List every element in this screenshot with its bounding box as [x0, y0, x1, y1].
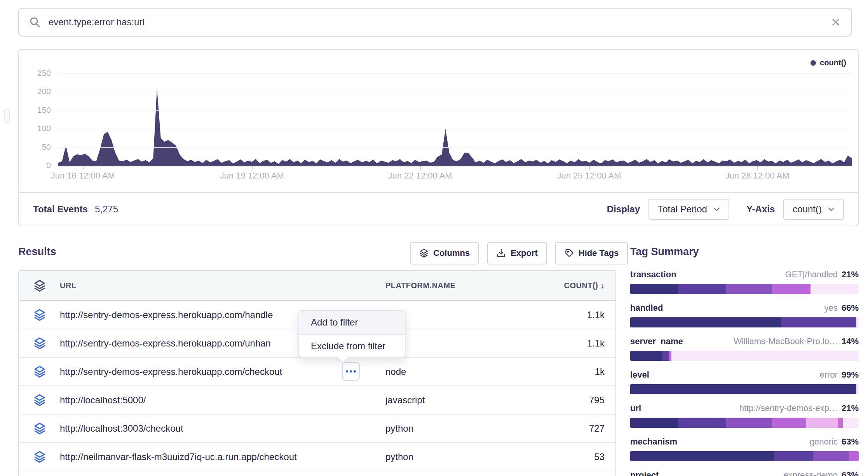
- x-axis-tick-mark: [589, 166, 590, 170]
- tag-bar-segment[interactable]: [856, 384, 859, 394]
- tag-bar-segment[interactable]: [806, 418, 838, 428]
- table-row[interactable]: http://localhost:5000/ javascript 795: [19, 386, 615, 415]
- tag-distribution-bar[interactable]: [630, 418, 859, 428]
- count-cell[interactable]: 795: [561, 395, 615, 406]
- y-gridline: [58, 129, 852, 129]
- y-axis-tick-label: 100: [23, 124, 51, 133]
- row-stack-cell[interactable]: [19, 309, 60, 321]
- count-cell[interactable]: 53: [561, 452, 615, 462]
- tag-bar-segment[interactable]: [843, 418, 859, 428]
- events-area-chart[interactable]: 050100150200250Jun 16 12:00 AMJun 19 12:…: [19, 50, 858, 192]
- tag-summary-title: Tag Summary: [630, 246, 859, 258]
- tag-bar-segment[interactable]: [726, 284, 772, 294]
- search-bar[interactable]: event.type:error has:url: [18, 8, 852, 37]
- tag-distribution-bar[interactable]: [630, 284, 859, 294]
- tag-bar-segment[interactable]: [630, 351, 662, 361]
- tag-bar-segment[interactable]: [856, 317, 859, 327]
- tag-bar-segment[interactable]: [662, 351, 669, 361]
- tag-distribution-bar[interactable]: [630, 317, 859, 327]
- table-row[interactable]: http://localhost:3003/checkout python 72…: [19, 415, 615, 443]
- column-header-url[interactable]: URL: [60, 281, 385, 290]
- tag-summary-panel: Tag Summary transaction GET|/handled 21%…: [630, 246, 859, 476]
- tag-bar-segment[interactable]: [726, 418, 772, 428]
- export-button[interactable]: Export: [487, 242, 547, 264]
- clear-search-icon[interactable]: [831, 17, 841, 27]
- yaxis-dropdown-value: count(): [793, 204, 822, 215]
- tag-bar-segment[interactable]: [630, 418, 678, 428]
- y-gridline: [58, 166, 852, 166]
- tag-bar-segment[interactable]: [671, 351, 859, 361]
- tag-entry: mechanism generic 63%: [630, 437, 859, 461]
- url-cell[interactable]: http://localhost:5000/: [60, 395, 385, 406]
- tag-distribution-bar[interactable]: [630, 384, 859, 394]
- stack-icon: [33, 280, 46, 292]
- tag-name: mechanism: [630, 437, 677, 447]
- column-header-count[interactable]: COUNT() ↓: [561, 281, 615, 290]
- table-row[interactable]: http://neilmanvar-flask-m3uuizd7iq-uc.a.…: [19, 443, 615, 471]
- tag-entry: server_name Williams-MacBook-Pro.lo… 14%: [630, 336, 859, 361]
- url-cell[interactable]: http://sentry-demos-express.herokuapp.co…: [60, 366, 385, 377]
- tag-name: url: [630, 403, 641, 413]
- cell-actions-menu: Add to filter Exclude from filter: [298, 310, 406, 358]
- count-cell[interactable]: 727: [561, 423, 615, 434]
- tag-bar-segment[interactable]: [630, 451, 774, 461]
- platform-cell[interactable]: javascript: [385, 395, 561, 406]
- tag-top-value: yes: [824, 303, 838, 313]
- column-header-platform[interactable]: PLATFORM.NAME: [385, 281, 561, 290]
- menu-item-exclude-from-filter[interactable]: Exclude from filter: [299, 334, 405, 357]
- display-dropdown[interactable]: Total Period: [648, 199, 729, 220]
- tag-bar-segment[interactable]: [774, 451, 813, 461]
- tag-bar-segment[interactable]: [772, 418, 806, 428]
- tag-bar-segment[interactable]: [678, 284, 726, 294]
- dot: [346, 370, 348, 373]
- tag-top-value: http://sentry-demos-exp…: [739, 403, 838, 413]
- total-events-label: Total Events: [33, 204, 88, 215]
- count-series-path: [58, 88, 852, 166]
- url-cell[interactable]: http://localhost:3003/checkout: [60, 423, 385, 434]
- y-gridline: [58, 92, 852, 92]
- hide-tags-button[interactable]: Hide Tags: [555, 242, 628, 264]
- row-stack-cell[interactable]: [19, 422, 60, 435]
- tag-bar-segment[interactable]: [813, 451, 849, 461]
- tag-bar-segment[interactable]: [630, 284, 678, 294]
- search-input[interactable]: event.type:error has:url: [49, 17, 831, 28]
- tag-percent: 99%: [842, 370, 859, 380]
- tag-name: project: [630, 470, 659, 476]
- stack-icon: [33, 451, 46, 463]
- display-label: Display: [607, 204, 640, 215]
- url-cell[interactable]: http://neilmanvar-flask-m3uuizd7iq-uc.a.…: [60, 452, 385, 462]
- tag-distribution-bar[interactable]: [630, 451, 859, 461]
- row-stack-cell[interactable]: [19, 394, 60, 406]
- chevron-down-icon: [713, 207, 720, 212]
- yaxis-dropdown[interactable]: count(): [783, 199, 844, 220]
- table-row[interactable]: http://sentry-demos-express.herokuapp.co…: [19, 358, 615, 386]
- menu-item-add-to-filter[interactable]: Add to filter: [299, 311, 405, 334]
- y-axis-tick-label: 150: [23, 105, 51, 115]
- tag-bar-segment[interactable]: [838, 418, 843, 428]
- dot: [354, 370, 356, 373]
- tag-bar-segment[interactable]: [781, 317, 856, 327]
- cell-actions-button[interactable]: [342, 362, 360, 381]
- tag-bar-segment[interactable]: [849, 451, 859, 461]
- count-cell[interactable]: 1.1k: [561, 310, 615, 320]
- tag-name: level: [630, 370, 649, 380]
- platform-cell[interactable]: python: [385, 452, 561, 462]
- count-cell[interactable]: 1k: [561, 366, 615, 377]
- count-cell[interactable]: 1.1k: [561, 338, 615, 349]
- platform-cell[interactable]: node: [385, 366, 561, 377]
- sidebar-collapse-handle[interactable]: [4, 109, 10, 123]
- tag-distribution-bar[interactable]: [630, 351, 859, 361]
- chart-legend[interactable]: count(): [810, 58, 846, 67]
- platform-cell[interactable]: python: [385, 423, 561, 434]
- columns-button[interactable]: Columns: [410, 242, 479, 264]
- tag-bar-segment[interactable]: [630, 317, 781, 327]
- tag-bar-segment[interactable]: [772, 284, 809, 294]
- row-stack-cell[interactable]: [19, 337, 60, 350]
- row-stack-cell[interactable]: [19, 366, 60, 378]
- y-gridline: [58, 147, 852, 148]
- tag-bar-segment[interactable]: [810, 284, 858, 294]
- row-stack-cell[interactable]: [19, 451, 60, 463]
- tag-icon: [565, 248, 574, 258]
- tag-bar-segment[interactable]: [678, 418, 726, 428]
- tag-bar-segment[interactable]: [630, 384, 856, 394]
